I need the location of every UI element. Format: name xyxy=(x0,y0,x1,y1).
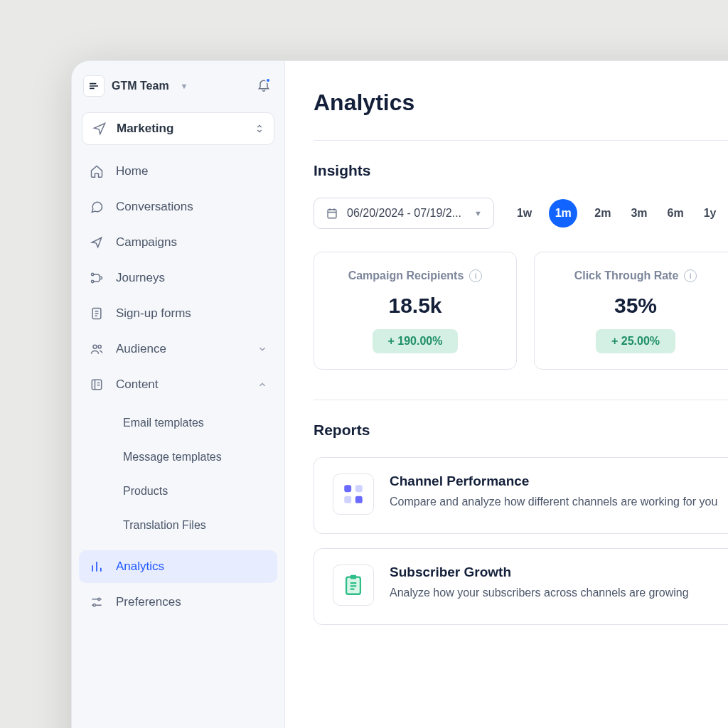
insights-controls: 06/20/2024 - 07/19/2... ▼ 1w 1m 2m 3m 6m… xyxy=(314,198,728,229)
sidebar-item-audience[interactable]: Audience xyxy=(79,333,277,365)
svg-rect-10 xyxy=(344,485,351,492)
svg-point-7 xyxy=(98,598,100,600)
chevron-down-icon: ▼ xyxy=(181,82,188,90)
sidebar-item-label: Campaigns xyxy=(116,235,177,250)
sidebar-item-label: Journeys xyxy=(116,271,165,285)
team-switcher[interactable]: GTM Team ▼ xyxy=(79,71,277,108)
svg-rect-12 xyxy=(344,496,351,503)
preferences-icon xyxy=(89,595,105,609)
range-1w[interactable]: 1w xyxy=(514,201,535,225)
reports-list: Channel Performance Compare and analyze … xyxy=(314,457,728,625)
card-title-text: Campaign Recipients xyxy=(348,269,464,282)
channel-grid-icon xyxy=(333,473,374,515)
svg-rect-6 xyxy=(92,380,101,389)
team-name: GTM Team xyxy=(112,80,169,92)
sidebar: GTM Team ▼ Marketing xyxy=(72,61,285,728)
report-subscriber-growth[interactable]: Subscriber Growth Analyze how your subsc… xyxy=(314,548,728,625)
svg-rect-11 xyxy=(355,485,363,492)
svg-point-0 xyxy=(92,273,94,275)
sub-item-email-templates[interactable]: Email templates xyxy=(107,408,277,438)
chevron-up-down-icon xyxy=(254,123,265,134)
range-1m[interactable]: 1m xyxy=(549,199,577,228)
app-logo-icon xyxy=(83,75,105,97)
info-icon[interactable]: i xyxy=(684,269,697,282)
clipboard-icon xyxy=(333,564,374,606)
workspace-selector[interactable]: Marketing xyxy=(82,112,274,145)
svg-rect-13 xyxy=(355,496,363,503)
notification-dot-icon xyxy=(265,77,271,83)
chevron-down-icon: ▼ xyxy=(474,209,482,218)
report-desc: Analyze how your subscribers across chan… xyxy=(390,584,689,601)
card-value: 35% xyxy=(614,294,657,318)
paper-plane-icon xyxy=(92,122,107,136)
analytics-icon xyxy=(89,560,105,574)
content-icon xyxy=(89,378,105,392)
chevron-up-icon xyxy=(257,380,267,390)
sub-item-translation-files[interactable]: Translation Files xyxy=(107,510,277,540)
sub-item-products[interactable]: Products xyxy=(107,476,277,506)
card-campaign-recipients[interactable]: Campaign Recipients i 18.5k + 190.00% xyxy=(314,252,517,370)
form-icon xyxy=(89,306,105,321)
sidebar-item-label: Content xyxy=(116,378,159,392)
card-delta: + 25.00% xyxy=(596,329,675,353)
svg-rect-15 xyxy=(350,575,357,579)
sidebar-item-preferences[interactable]: Preferences xyxy=(79,586,277,619)
workspace-name: Marketing xyxy=(117,122,173,136)
report-title: Channel Performance xyxy=(390,473,717,489)
sidebar-item-conversations[interactable]: Conversations xyxy=(79,191,277,223)
sidebar-item-label: Audience xyxy=(116,342,166,356)
svg-point-4 xyxy=(93,345,97,348)
card-title: Click Through Rate i xyxy=(574,269,697,282)
audience-icon xyxy=(89,342,105,356)
content-submenu: Email templates Message templates Produc… xyxy=(103,404,277,547)
date-range-picker[interactable]: 06/20/2024 - 07/19/2... ▼ xyxy=(314,198,494,229)
send-icon xyxy=(89,235,105,250)
sidebar-item-label: Analytics xyxy=(116,560,164,574)
sidebar-item-label: Sign-up forms xyxy=(116,306,191,321)
range-3m[interactable]: 3m xyxy=(628,201,650,225)
svg-point-8 xyxy=(93,604,95,606)
report-title: Subscriber Growth xyxy=(390,564,689,580)
report-channel-performance[interactable]: Channel Performance Compare and analyze … xyxy=(314,457,728,534)
date-range-text: 06/20/2024 - 07/19/2... xyxy=(347,207,461,220)
notification-bell-icon[interactable] xyxy=(255,75,273,94)
sub-item-message-templates[interactable]: Message templates xyxy=(107,442,277,472)
svg-rect-9 xyxy=(328,210,336,218)
card-value: 18.5k xyxy=(388,294,441,318)
sidebar-item-campaigns[interactable]: Campaigns xyxy=(79,226,277,259)
home-icon xyxy=(89,164,105,178)
sidebar-item-label: Conversations xyxy=(116,200,193,214)
journeys-icon xyxy=(89,271,105,285)
sidebar-item-label: Home xyxy=(116,164,148,178)
nav-list: Home Conversations Campaigns Journeys xyxy=(79,155,277,619)
section-title-reports: Reports xyxy=(314,422,728,439)
svg-point-2 xyxy=(100,277,102,279)
card-title: Campaign Recipients i xyxy=(348,269,483,282)
info-icon[interactable]: i xyxy=(469,269,482,282)
range-2m[interactable]: 2m xyxy=(592,201,614,225)
range-1y[interactable]: 1y xyxy=(701,201,719,225)
chevron-down-icon xyxy=(257,344,267,354)
divider xyxy=(314,140,728,141)
range-6m[interactable]: 6m xyxy=(665,201,687,225)
sidebar-item-home[interactable]: Home xyxy=(79,155,277,188)
sidebar-item-label: Preferences xyxy=(116,595,181,609)
chat-icon xyxy=(89,200,105,214)
sidebar-item-analytics[interactable]: Analytics xyxy=(79,550,277,583)
svg-point-1 xyxy=(92,280,94,282)
section-title-insights: Insights xyxy=(314,162,728,179)
insight-cards: Campaign Recipients i 18.5k + 190.00% Cl… xyxy=(314,252,728,370)
card-title-text: Click Through Rate xyxy=(574,269,679,282)
svg-point-5 xyxy=(98,346,101,348)
sidebar-item-content[interactable]: Content xyxy=(79,368,277,401)
card-delta: + 190.00% xyxy=(373,329,459,353)
divider xyxy=(314,400,728,400)
calendar-icon xyxy=(326,207,338,220)
card-click-through-rate[interactable]: Click Through Rate i 35% + 25.00% xyxy=(534,252,728,370)
report-desc: Compare and analyze how different channe… xyxy=(390,493,717,510)
sidebar-item-signup-forms[interactable]: Sign-up forms xyxy=(79,297,277,330)
sidebar-item-journeys[interactable]: Journeys xyxy=(79,262,277,294)
page-title: Analytics xyxy=(314,90,728,116)
range-selector: 1w 1m 2m 3m 6m 1y xyxy=(514,199,719,228)
main-content: Analytics Insights 06/20/2024 - 07/19/2.… xyxy=(285,61,728,728)
